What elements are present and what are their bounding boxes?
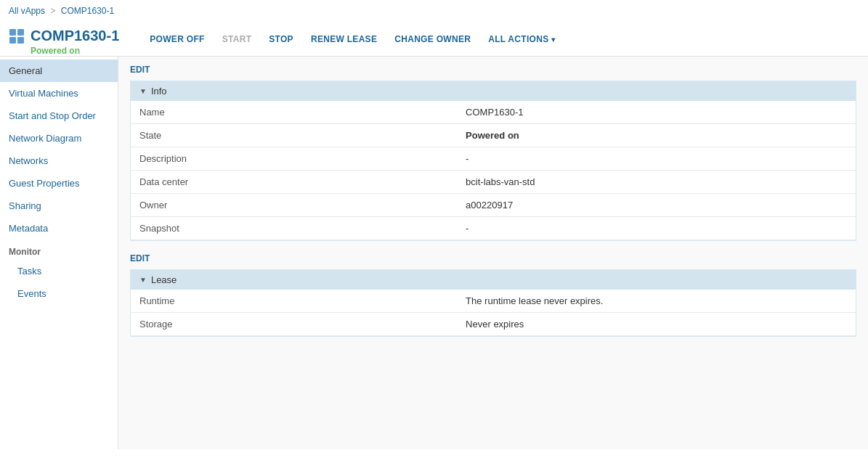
table-row: Name COMP1630-1 <box>131 101 856 124</box>
sidebar-item-events[interactable]: Events <box>0 282 118 305</box>
app-title-block: COMP1630-1 Powered on <box>9 28 119 56</box>
app-header: COMP1630-1 Powered on POWER OFF START ST… <box>0 22 868 57</box>
table-row: Data center bcit-labs-van-std <box>131 171 856 194</box>
info-section-title: Info <box>151 86 167 97</box>
table-row: State Powered on <box>131 124 856 147</box>
lease-section: ▼ Lease Runtime The runtime lease never … <box>130 269 856 337</box>
row-label: Snapshot <box>131 217 457 240</box>
info-edit-link[interactable]: EDIT <box>130 65 150 75</box>
content-area: EDIT ▼ Info Name COMP1630-1 <box>118 57 868 449</box>
app-title: COMP1630-1 <box>9 28 119 44</box>
lease-collapse-icon: ▼ <box>139 276 147 284</box>
row-value: - <box>457 217 856 240</box>
info-section: ▼ Info Name COMP1630-1 State Powered on <box>130 81 856 241</box>
lease-section-title: Lease <box>151 274 177 285</box>
monitor-section-label: Monitor <box>0 240 118 260</box>
change-owner-button[interactable]: CHANGE OWNER <box>386 30 479 49</box>
sidebar-item-virtual-machines[interactable]: Virtual Machines <box>0 82 118 105</box>
action-buttons: POWER OFF START STOP RENEW LEASE CHANGE … <box>141 30 564 54</box>
content-inner: EDIT ▼ Info Name COMP1630-1 <box>118 57 868 350</box>
svg-rect-1 <box>17 29 24 36</box>
sidebar: General Virtual Machines Start and Stop … <box>0 57 118 449</box>
status-label: Powered on <box>31 46 119 56</box>
app-name: COMP1630-1 <box>31 28 119 44</box>
row-label: Runtime <box>131 290 457 313</box>
lease-section-block: EDIT ▼ Lease Runtime The runtime lease n… <box>130 253 856 337</box>
info-section-header[interactable]: ▼ Info <box>131 81 856 101</box>
breadcrumb-separator: > <box>50 6 57 16</box>
lease-table: Runtime The runtime lease never expires.… <box>131 290 856 336</box>
info-collapse-icon: ▼ <box>139 87 147 95</box>
sidebar-item-networks[interactable]: Networks <box>0 150 118 172</box>
svg-rect-0 <box>9 29 16 36</box>
sidebar-item-general[interactable]: General <box>0 60 118 82</box>
sidebar-item-tasks[interactable]: Tasks <box>0 260 118 282</box>
info-table: Name COMP1630-1 State Powered on Descrip… <box>131 101 856 240</box>
svg-rect-2 <box>9 37 16 44</box>
row-label: Data center <box>131 171 457 194</box>
row-value: bcit-labs-van-std <box>457 171 856 194</box>
main-layout: General Virtual Machines Start and Stop … <box>0 57 868 449</box>
svg-rect-3 <box>17 37 24 44</box>
info-section-block: EDIT ▼ Info Name COMP1630-1 <box>130 64 856 241</box>
row-label: State <box>131 124 457 147</box>
row-label: Owner <box>131 194 457 217</box>
row-value: Never expires <box>457 313 856 336</box>
breadcrumb-current: COMP1630-1 <box>61 6 114 16</box>
renew-lease-button[interactable]: RENEW LEASE <box>302 30 386 49</box>
sidebar-item-guest-properties[interactable]: Guest Properties <box>0 172 118 195</box>
lease-edit-link[interactable]: EDIT <box>130 253 150 263</box>
row-value: a00220917 <box>457 194 856 217</box>
lease-section-header[interactable]: ▼ Lease <box>131 270 856 290</box>
sidebar-item-start-stop-order[interactable]: Start and Stop Order <box>0 105 118 127</box>
vapp-icon <box>9 28 25 44</box>
row-value: COMP1630-1 <box>457 101 856 124</box>
row-label: Storage <box>131 313 457 336</box>
sidebar-item-metadata[interactable]: Metadata <box>0 217 118 240</box>
power-off-button[interactable]: POWER OFF <box>141 30 213 49</box>
sidebar-item-network-diagram[interactable]: Network Diagram <box>0 127 118 150</box>
all-actions-button[interactable]: ALL ACTIONS <box>479 30 564 49</box>
table-row: Owner a00220917 <box>131 194 856 217</box>
breadcrumb-all-vapps[interactable]: All vApps <box>9 6 45 16</box>
row-value: The runtime lease never expires. <box>457 290 856 313</box>
table-row: Description - <box>131 147 856 171</box>
table-row: Storage Never expires <box>131 313 856 336</box>
breadcrumb: All vApps > COMP1630-1 <box>0 0 868 22</box>
table-row: Snapshot - <box>131 217 856 240</box>
stop-button[interactable]: STOP <box>260 30 302 49</box>
row-label: Name <box>131 101 457 124</box>
sidebar-item-sharing[interactable]: Sharing <box>0 195 118 217</box>
start-button: START <box>214 30 261 49</box>
row-value: - <box>457 147 856 171</box>
row-value-state: Powered on <box>457 124 856 147</box>
row-label: Description <box>131 147 457 171</box>
table-row: Runtime The runtime lease never expires. <box>131 290 856 313</box>
